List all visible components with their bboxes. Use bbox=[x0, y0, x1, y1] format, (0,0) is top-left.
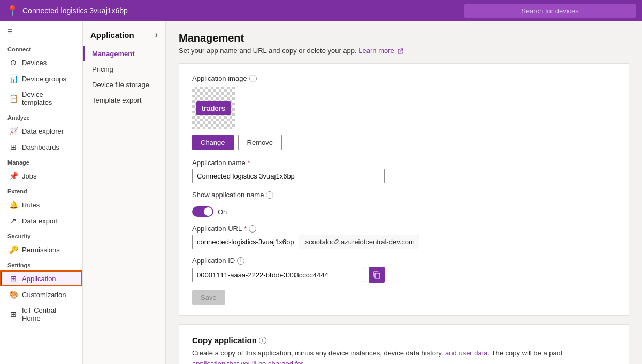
main-layout: ≡ Connect ⊙ Devices 📊 Device groups 📋 De… bbox=[0, 21, 642, 364]
sidebar-item-data-export-label: Data export bbox=[22, 217, 58, 225]
sidebar-item-data-export[interactable]: ↗ Data export bbox=[0, 213, 82, 229]
devices-icon: ⊙ bbox=[9, 58, 18, 67]
manage-section-label: Manage bbox=[0, 155, 82, 168]
app-brand-title: Connected logistics 3vuaj1x6bp bbox=[22, 6, 128, 15]
app-image-info-icon[interactable]: i bbox=[249, 75, 257, 82]
app-id-input bbox=[192, 268, 365, 282]
sidebar-item-iot-central-home[interactable]: ⊞ IoT Central Home bbox=[0, 303, 82, 326]
sidebar-item-rules[interactable]: 🔔 Rules bbox=[0, 197, 82, 213]
sidebar-item-device-templates-label: Device templates bbox=[22, 90, 75, 106]
sidebar-item-jobs[interactable]: 📌 Jobs bbox=[0, 168, 82, 184]
image-btn-row: Change Remove bbox=[192, 135, 616, 150]
app-name-input[interactable] bbox=[192, 169, 385, 183]
sidebar-item-application[interactable]: ⊞ Application bbox=[0, 270, 82, 286]
page-title: Management bbox=[179, 32, 629, 44]
settings-section-label: Settings bbox=[0, 258, 82, 270]
app-url-label: Application URL * i bbox=[192, 224, 616, 233]
management-card: Application image i traders Change Remov… bbox=[179, 63, 629, 316]
toggle-label: On bbox=[218, 208, 227, 216]
copy-application-card: Copy application i Create a copy of this… bbox=[179, 324, 629, 364]
app-image-container: traders bbox=[192, 87, 235, 129]
app-url-input[interactable] bbox=[192, 235, 299, 249]
app-image-label: Application image i bbox=[192, 74, 616, 82]
extend-section-label: Extend bbox=[0, 184, 82, 197]
app-id-info-icon[interactable]: i bbox=[237, 257, 244, 265]
data-explorer-icon: 📈 bbox=[9, 127, 18, 135]
app-url-required: * bbox=[244, 224, 247, 233]
submenu-close-icon[interactable]: › bbox=[155, 30, 158, 40]
learn-more-link[interactable]: Learn more bbox=[358, 47, 403, 55]
submenu-pricing-label: Pricing bbox=[92, 65, 113, 73]
sidebar-item-device-groups[interactable]: 📊 Device groups bbox=[0, 71, 82, 87]
url-suffix: .scootaloo2.azureiotcentral-dev.com bbox=[299, 235, 419, 249]
copy-app-title: Copy application i bbox=[192, 336, 616, 345]
brand-area: 📍 Connected logistics 3vuaj1x6bp bbox=[6, 5, 464, 17]
copy-id-button[interactable] bbox=[369, 267, 385, 283]
hamburger-icon[interactable]: ≡ bbox=[0, 21, 82, 42]
rules-icon: 🔔 bbox=[9, 200, 18, 209]
search-input[interactable] bbox=[464, 4, 636, 18]
remove-image-button[interactable]: Remove bbox=[238, 135, 282, 150]
iot-home-icon: ⊞ bbox=[9, 310, 18, 319]
sidebar-item-device-templates[interactable]: 📋 Device templates bbox=[0, 87, 82, 110]
analyze-section-label: Analyze bbox=[0, 110, 82, 123]
top-nav: 📍 Connected logistics 3vuaj1x6bp bbox=[0, 0, 642, 21]
sidebar-item-permissions-label: Permissions bbox=[22, 246, 60, 254]
submenu-item-template-export[interactable]: Template export bbox=[83, 92, 165, 108]
submenu-header: Application › bbox=[83, 26, 165, 46]
security-section-label: Security bbox=[0, 229, 82, 242]
app-url-field: Application URL * i .scootaloo2.azureiot… bbox=[192, 224, 616, 249]
id-row bbox=[192, 267, 385, 283]
sidebar-item-dashboards-label: Dashboards bbox=[22, 143, 59, 151]
svg-rect-0 bbox=[375, 273, 380, 278]
copy-app-info-icon[interactable]: i bbox=[259, 337, 266, 344]
dashboards-icon: ⊞ bbox=[9, 143, 18, 151]
submenu-item-management[interactable]: Management bbox=[83, 46, 165, 61]
sidebar-item-jobs-label: Jobs bbox=[22, 172, 36, 180]
sidebar-item-rules-label: Rules bbox=[22, 201, 40, 209]
page-subtitle: Set your app name and URL and copy or de… bbox=[179, 47, 629, 55]
app-name-label: Application name * bbox=[192, 159, 616, 167]
sidebar-item-device-groups-label: Device groups bbox=[22, 75, 66, 83]
change-image-button[interactable]: Change bbox=[192, 135, 234, 150]
customization-icon: 🎨 bbox=[9, 290, 18, 299]
app-name-required: * bbox=[248, 159, 250, 167]
show-app-name-info-icon[interactable]: i bbox=[266, 191, 273, 199]
app-url-info-icon[interactable]: i bbox=[249, 225, 256, 233]
connect-section-label: Connect bbox=[0, 42, 82, 55]
sidebar-item-dashboards[interactable]: ⊞ Dashboards bbox=[0, 139, 82, 155]
submenu-item-device-file-storage[interactable]: Device file storage bbox=[83, 77, 165, 92]
app-image-field: Application image i traders Change Remov… bbox=[192, 74, 616, 150]
sidebar-item-customization[interactable]: 🎨 Customization bbox=[0, 286, 82, 303]
copy-icon bbox=[372, 270, 381, 279]
submenu-device-file-storage-label: Device file storage bbox=[92, 81, 149, 89]
jobs-icon: 📌 bbox=[9, 172, 18, 180]
permissions-icon: 🔑 bbox=[9, 245, 18, 254]
sidebar-item-iot-home-label: IoT Central Home bbox=[22, 306, 75, 322]
sidebar-item-data-explorer-label: Data explorer bbox=[22, 127, 64, 135]
submenu-item-pricing[interactable]: Pricing bbox=[83, 61, 165, 77]
app-id-field: Application ID i bbox=[192, 257, 616, 283]
submenu-panel: Application › Management Pricing Device … bbox=[83, 21, 166, 364]
data-export-icon: ↗ bbox=[9, 216, 18, 225]
left-sidebar: ≡ Connect ⊙ Devices 📊 Device groups 📋 De… bbox=[0, 21, 83, 364]
submenu-template-export-label: Template export bbox=[92, 96, 142, 104]
show-app-name-label: Show application name i bbox=[192, 191, 273, 199]
app-name-field: Application name * bbox=[192, 159, 616, 183]
sidebar-item-devices[interactable]: ⊙ Devices bbox=[0, 55, 82, 71]
copy-app-desc-link: and user data. bbox=[445, 349, 490, 357]
application-icon: ⊞ bbox=[9, 274, 18, 283]
external-link-icon bbox=[397, 48, 403, 55]
location-icon: 📍 bbox=[6, 5, 18, 17]
save-button[interactable]: Save bbox=[192, 290, 225, 305]
show-app-name-toggle[interactable] bbox=[192, 206, 213, 217]
copy-app-desc-part3: application that you'll be charged for. bbox=[192, 360, 305, 365]
url-row: .scootaloo2.azureiotcentral-dev.com bbox=[192, 235, 449, 249]
sidebar-item-customization-label: Customization bbox=[22, 291, 66, 299]
sidebar-item-data-explorer[interactable]: 📈 Data explorer bbox=[0, 123, 82, 139]
toggle-row: On bbox=[192, 206, 616, 217]
app-logo: traders bbox=[196, 101, 231, 115]
app-id-label: Application ID i bbox=[192, 257, 616, 265]
sidebar-item-permissions[interactable]: 🔑 Permissions bbox=[0, 242, 82, 258]
sidebar-item-application-label: Application bbox=[22, 275, 56, 283]
